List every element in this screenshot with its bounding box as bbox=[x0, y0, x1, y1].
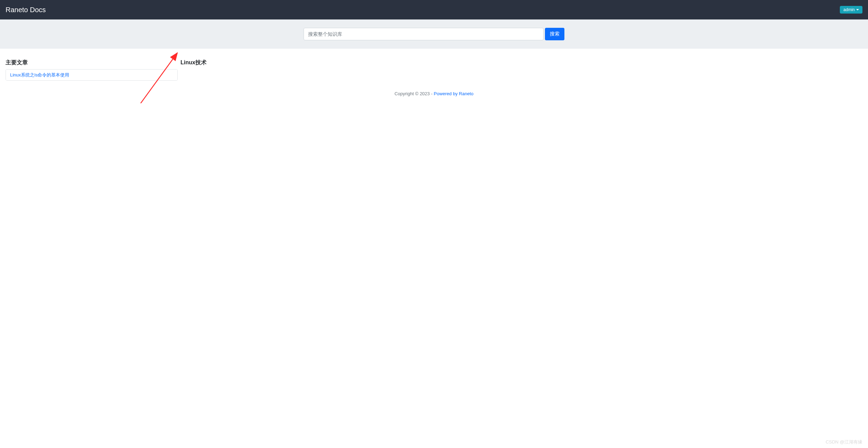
admin-label: admin bbox=[843, 7, 855, 12]
main-content: 主要文章 Linux系统之ls命令的基本使用 Linux技术 bbox=[0, 49, 868, 81]
section-title: Linux技术 bbox=[180, 59, 353, 66]
powered-by-link[interactable]: Powered by Raneto bbox=[434, 91, 473, 96]
search-bar: 搜索 bbox=[0, 19, 868, 49]
footer: Copyright © 2023 - Powered by Raneto bbox=[0, 81, 868, 103]
section-title: 主要文章 bbox=[6, 59, 178, 66]
column-linux-tech: Linux技术 bbox=[180, 59, 353, 81]
list-item: Linux系统之ls命令的基本使用 bbox=[6, 70, 177, 80]
copyright-text: Copyright © 2023 - bbox=[394, 91, 434, 96]
admin-dropdown-button[interactable]: admin bbox=[840, 6, 862, 14]
navbar: Raneto Docs admin bbox=[0, 0, 868, 19]
chevron-down-icon bbox=[856, 9, 859, 10]
column-main-articles: 主要文章 Linux系统之ls命令的基本使用 bbox=[6, 59, 178, 81]
brand-link[interactable]: Raneto Docs bbox=[6, 6, 46, 14]
article-list: Linux系统之ls命令的基本使用 bbox=[6, 69, 178, 81]
search-button[interactable]: 搜索 bbox=[545, 28, 564, 40]
article-link[interactable]: Linux系统之ls命令的基本使用 bbox=[10, 72, 69, 78]
search-form: 搜索 bbox=[304, 28, 564, 40]
search-input[interactable] bbox=[304, 28, 544, 40]
